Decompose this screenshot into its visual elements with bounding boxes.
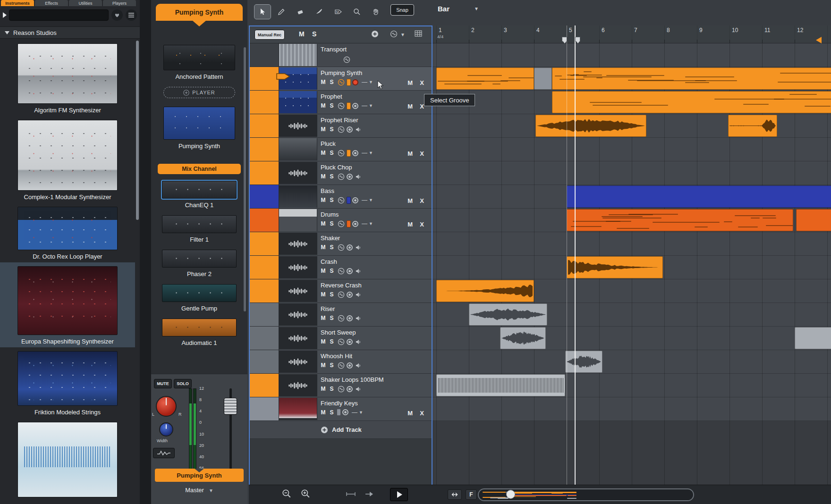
- track-automation-icon[interactable]: [337, 338, 345, 345]
- monitor-button[interactable]: [354, 173, 363, 180]
- strip-mute-button[interactable]: MUTE: [154, 379, 172, 388]
- track-automation-icon[interactable]: [337, 126, 345, 133]
- track-view-grid-button[interactable]: [415, 30, 422, 39]
- track-row-prophet[interactable]: ProphetMXMS—▼: [250, 91, 432, 114]
- record-arm-button[interactable]: [347, 292, 353, 298]
- clip[interactable]: [565, 351, 602, 373]
- clip[interactable]: [567, 185, 831, 208]
- record-arm-button[interactable]: [347, 339, 353, 345]
- lane-row-shaker[interactable]: [432, 232, 831, 256]
- master-solo-button[interactable]: S: [312, 30, 316, 38]
- browser-tab-players[interactable]: Players: [103, 0, 136, 6]
- track-color-strip[interactable]: [250, 209, 279, 232]
- clip-color-chip[interactable]: [347, 150, 351, 157]
- track-row-pluck[interactable]: PluckMXMS—▼: [250, 138, 432, 161]
- track-midi-mute-button[interactable]: M: [407, 221, 413, 228]
- track-mute-button[interactable]: M: [320, 338, 327, 345]
- eraser-tool-button[interactable]: [292, 5, 308, 19]
- output-routing[interactable]: Master▼: [151, 487, 247, 494]
- browser-item-algoritm-fm-synthesizer[interactable]: Algoritm FM Synthesizer: [0, 40, 135, 116]
- record-arm-button[interactable]: [347, 268, 353, 274]
- lane-row-riser[interactable]: [432, 303, 831, 327]
- clip[interactable]: [469, 303, 547, 326]
- browser-tab-utilities[interactable]: Utilities: [69, 0, 102, 6]
- track-midi-mute-button[interactable]: M: [407, 103, 413, 110]
- track-solo-button[interactable]: S: [328, 173, 335, 180]
- track-mute-button[interactable]: M: [320, 79, 327, 85]
- strip-solo-button[interactable]: SOLO: [174, 379, 192, 388]
- groove-dropdown-arrow[interactable]: ▼: [369, 198, 373, 202]
- follow-song-button[interactable]: [365, 491, 373, 497]
- track-solo-button[interactable]: S: [328, 220, 335, 227]
- monitor-button[interactable]: [354, 361, 363, 369]
- chevron-down-icon[interactable]: ▼: [400, 32, 405, 37]
- groove-dropdown-arrow[interactable]: ▼: [369, 80, 373, 84]
- track-automation-icon[interactable]: [337, 196, 345, 204]
- track-color-strip[interactable]: [250, 279, 279, 302]
- song-navigator[interactable]: [478, 488, 694, 501]
- record-arm-button[interactable]: [342, 409, 348, 415]
- master-mute-button[interactable]: M: [299, 30, 305, 38]
- lane-row-pluck[interactable]: [432, 138, 831, 161]
- track-solo-button[interactable]: S: [328, 386, 335, 392]
- razor-tool-button[interactable]: [311, 5, 327, 19]
- track-solo-button[interactable]: S: [328, 244, 335, 251]
- width-knob[interactable]: [159, 422, 173, 437]
- groove-dropdown-arrow[interactable]: ▼: [369, 103, 373, 108]
- lane-row-short-sweep[interactable]: [432, 327, 831, 350]
- monitor-button[interactable]: [354, 267, 363, 275]
- record-arm-button[interactable]: [347, 126, 353, 133]
- lane-row-reverse-crash[interactable]: [432, 279, 831, 303]
- track-automation-icon[interactable]: [337, 149, 345, 157]
- manual-rec-button[interactable]: Manual Rec: [254, 30, 285, 40]
- song-end-marker[interactable]: [816, 37, 822, 43]
- groove-select-dash[interactable]: —: [362, 79, 367, 85]
- track-mute-button[interactable]: M: [320, 173, 327, 180]
- track-row-reverse-crash[interactable]: Reverse CrashMS: [250, 279, 432, 303]
- track-row-crash[interactable]: CrashMS: [250, 256, 432, 279]
- left-locator-flag[interactable]: [562, 37, 567, 42]
- browser-item-dr-octo-rex-loop-player[interactable]: Dr. Octo Rex Loop Player: [0, 203, 135, 262]
- clip-color-chip[interactable]: [347, 102, 351, 109]
- right-locator-flag[interactable]: [575, 37, 580, 42]
- clip[interactable]: [795, 327, 831, 349]
- track-mute-button[interactable]: M: [320, 102, 327, 109]
- clip[interactable]: [728, 115, 777, 137]
- record-arm-button[interactable]: [352, 103, 358, 109]
- track-delete-button[interactable]: X: [420, 79, 424, 86]
- track-mute-button[interactable]: M: [320, 126, 327, 133]
- grid-resolution-select[interactable]: Bar ▼: [438, 5, 490, 13]
- arrangement-lanes[interactable]: 4/4 123456789101112: [432, 25, 831, 485]
- magnify-tool-button[interactable]: [349, 5, 365, 19]
- clip[interactable]: [567, 209, 793, 231]
- clip-color-chip[interactable]: [347, 79, 351, 86]
- groove-dropdown-arrow[interactable]: ▼: [369, 221, 373, 226]
- insert-device-chaneq-1[interactable]: [162, 181, 237, 199]
- insert-device-phaser-2[interactable]: [162, 250, 237, 268]
- track-color-strip[interactable]: [250, 67, 279, 90]
- clip[interactable]: [567, 256, 663, 278]
- browser-item-friktion-modeled-strings[interactable]: Friktion Modeled Strings: [0, 347, 135, 418]
- clip[interactable]: [436, 280, 534, 302]
- track-solo-button[interactable]: S: [328, 291, 335, 298]
- record-arm-button[interactable]: [347, 315, 353, 321]
- mute-tool-button[interactable]: M: [330, 5, 346, 19]
- search-input[interactable]: [9, 9, 109, 21]
- browser-tab-effects[interactable]: Effects: [35, 0, 68, 6]
- automation-icon[interactable]: [342, 56, 351, 63]
- add-track-row[interactable]: Add Track: [250, 421, 432, 439]
- track-automation-icon[interactable]: [337, 220, 345, 227]
- record-arm-button[interactable]: [347, 362, 353, 369]
- marker-tool-icon[interactable]: [346, 492, 356, 496]
- snap-button[interactable]: Snap: [390, 4, 414, 16]
- lane-row-friendly-keys[interactable]: [432, 397, 831, 421]
- rack-scrollbar[interactable]: [244, 47, 246, 311]
- groove-select-dash[interactable]: —: [362, 220, 367, 227]
- rack-device-thumbnail[interactable]: [163, 45, 235, 70]
- track-solo-button[interactable]: S: [328, 338, 335, 345]
- record-arm-button[interactable]: [352, 79, 358, 85]
- track-automation-icon[interactable]: [337, 385, 345, 393]
- track-solo-button[interactable]: S: [328, 102, 335, 109]
- monitor-button[interactable]: [354, 291, 363, 298]
- track-mute-button[interactable]: M: [320, 362, 327, 369]
